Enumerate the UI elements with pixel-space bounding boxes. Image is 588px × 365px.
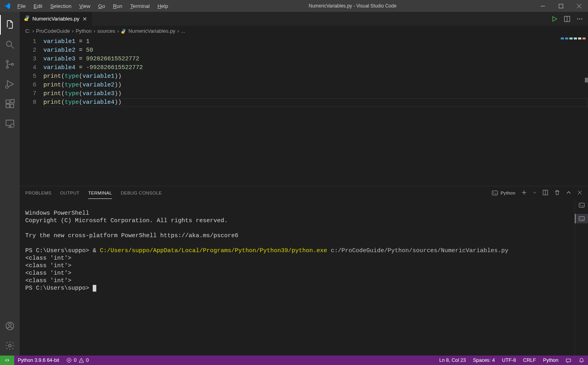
terminal-cursor [93,285,96,292]
window-title: NumericVariables.py - Visual Studio Code [172,3,534,9]
svg-rect-6 [6,100,9,103]
terminal-instance-icon[interactable] [579,202,585,211]
svg-point-3 [6,66,8,68]
window-minimize-button[interactable] [534,0,552,12]
svg-point-11 [11,124,14,127]
svg-rect-7 [6,104,9,108]
window-maximize-button[interactable] [552,0,570,12]
editor-tab-label: NumericVariables.py [32,16,79,22]
python-file-icon [24,15,30,22]
svg-point-4 [11,64,13,66]
editor-tab[interactable]: NumericVariables.py ✕ [20,12,92,26]
python-file-icon [121,28,126,34]
panel-actions: Python [492,189,582,197]
status-python-version[interactable]: Python 3.9.6 64-bit [14,356,63,365]
split-editor-icon[interactable] [564,15,571,22]
activity-bar [0,12,20,356]
terminal-list [575,200,588,356]
status-feedback-icon[interactable] [562,356,575,365]
remote-indicator[interactable] [0,356,14,365]
breadcrumb-seg[interactable]: sources [97,28,116,34]
main-area: NumericVariables.py ✕ C: › ProCodeGuide … [0,12,588,356]
svg-point-17 [579,18,580,19]
menu-file[interactable]: File [14,1,29,11]
menu-edit[interactable]: Edit [30,1,46,11]
svg-rect-21 [579,203,584,208]
status-bar: Python 3.9.6 64-bit 0 0 Ln 8, Col 23 Spa… [0,356,588,365]
svg-point-18 [581,18,582,19]
status-notifications-icon[interactable] [575,356,588,365]
explorer-icon[interactable] [0,15,20,35]
menu-selection[interactable]: Selection [47,1,75,11]
bottom-panel: PROBLEMS OUTPUT TERMINAL DEBUG CONSOLE P… [20,186,588,356]
breadcrumb[interactable]: C: › ProCodeGuide › Python › sources › N… [20,26,588,36]
terminal-dropdown-icon[interactable] [533,191,537,195]
editor-tab-bar: NumericVariables.py ✕ [20,12,588,26]
svg-point-14 [9,344,11,347]
line-number-gutter: 12345678 [20,36,43,186]
svg-point-16 [577,18,578,19]
menu-run[interactable]: Run [109,1,126,11]
remote-explorer-icon[interactable] [0,114,20,133]
vscode-logo-icon [0,2,14,9]
new-terminal-icon[interactable] [521,189,527,197]
svg-rect-22 [579,217,584,221]
terminal-instance-icon[interactable] [575,214,588,223]
search-icon[interactable] [0,35,20,54]
menu-bar: File Edit Selection View Go Run Terminal… [14,1,172,11]
terminal-selector[interactable]: Python [492,190,515,196]
panel-tab-terminal[interactable]: TERMINAL [88,187,112,199]
status-indentation[interactable]: Spaces: 4 [469,356,498,365]
run-debug-icon[interactable] [0,74,20,94]
scrollbar-thumb[interactable] [585,78,588,82]
menu-go[interactable]: Go [95,1,109,11]
svg-rect-0 [559,4,563,8]
extensions-icon[interactable] [0,94,20,114]
panel-tab-output[interactable]: OUTPUT [60,187,79,198]
status-cursor-position[interactable]: Ln 8, Col 23 [436,356,469,365]
breadcrumb-seg[interactable]: ... [181,28,185,34]
svg-point-5 [6,86,8,88]
code-editor[interactable]: 12345678 variable1 = 1variable2 = 50vari… [20,36,588,186]
code-content[interactable]: variable1 = 1variable2 = 50variable3 = 9… [43,36,588,186]
panel-tab-bar: PROBLEMS OUTPUT TERMINAL DEBUG CONSOLE P… [20,186,588,200]
breadcrumb-seg[interactable]: ProCodeGuide [36,28,70,34]
minimap[interactable] [541,36,588,186]
svg-point-2 [6,60,8,62]
tab-close-icon[interactable]: ✕ [82,16,88,22]
svg-rect-9 [11,99,14,103]
panel-tab-problems[interactable]: PROBLEMS [25,187,51,198]
more-actions-icon[interactable] [576,15,583,22]
editor-column: NumericVariables.py ✕ C: › ProCodeGuide … [20,12,588,356]
status-language-mode[interactable]: Python [539,356,562,365]
panel-tab-debug-console[interactable]: DEBUG CONSOLE [121,187,162,198]
editor-tab-actions [551,12,588,26]
svg-rect-19 [492,191,498,195]
menu-terminal[interactable]: Terminal [127,1,153,11]
panel-maximize-icon[interactable] [566,190,571,196]
kill-terminal-icon[interactable] [554,189,560,197]
status-encoding[interactable]: UTF-8 [498,356,519,365]
window-controls [534,0,588,12]
source-control-icon[interactable] [0,54,20,74]
window-close-button[interactable] [570,0,588,12]
breadcrumb-seg[interactable]: C: [25,28,30,34]
menu-view[interactable]: View [76,1,94,11]
split-terminal-icon[interactable] [542,189,549,197]
svg-rect-8 [10,104,14,108]
title-bar: File Edit Selection View Go Run Terminal… [0,0,588,12]
status-eol[interactable]: CRLF [519,356,539,365]
breadcrumb-seg[interactable]: Python [76,28,92,34]
accounts-icon[interactable] [0,316,20,336]
panel-close-icon[interactable] [577,190,582,196]
menu-help[interactable]: Help [154,1,172,11]
breadcrumb-seg[interactable]: NumericVariables.py [128,28,175,34]
svg-point-1 [6,41,11,46]
status-problems[interactable]: 0 0 [63,356,92,365]
settings-gear-icon[interactable] [0,336,20,356]
svg-point-13 [9,323,11,326]
run-file-icon[interactable] [551,15,558,22]
terminal-output[interactable]: Windows PowerShell Copyright (C) Microso… [20,200,588,356]
